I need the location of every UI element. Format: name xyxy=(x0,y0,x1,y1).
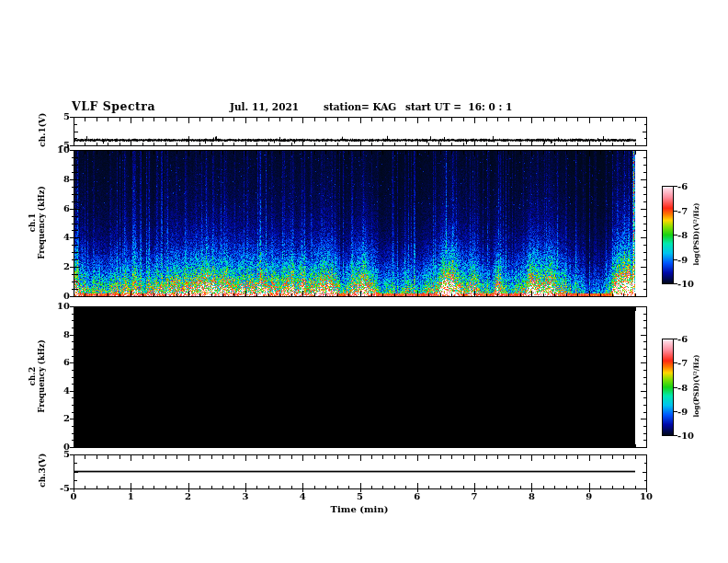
frequency-label: Frequency (kHz) xyxy=(37,339,46,412)
freq-tick-label-ch2: 2 xyxy=(50,413,70,423)
freq-tick-label-ch1: 0 xyxy=(50,291,70,301)
freq-tick-label-ch2: 6 xyxy=(50,357,70,367)
colorbar-tick-label: -8 xyxy=(677,383,700,393)
x-tick-label: 9 xyxy=(580,491,598,501)
x-tick-label: 8 xyxy=(522,491,540,501)
x-tick-label: 3 xyxy=(236,491,255,501)
colorbar-tick-label: -8 xyxy=(677,230,700,240)
x-tick-label: 5 xyxy=(351,491,370,501)
volt-tick-label-ch3: 5 xyxy=(50,449,70,459)
date-label: Jul. 11, 2021 xyxy=(230,101,299,112)
channel-label: ch.2 xyxy=(28,367,37,385)
freq-tick-label-ch2: 4 xyxy=(50,385,70,396)
y-axis-title-ch3v: ch.3(V) xyxy=(38,442,48,498)
colorbar-tick-label: -9 xyxy=(677,255,700,265)
x-tick-label: 7 xyxy=(465,491,483,501)
start-ut-label: start UT = 16: 0 : 1 xyxy=(405,101,512,112)
channel-label: ch.1 xyxy=(28,213,37,232)
colorbar-tick-label: -6 xyxy=(677,181,700,191)
colorbar-tick-label: -7 xyxy=(677,206,700,216)
frequency-label: Frequency (kHz) xyxy=(37,186,46,259)
vlf-spectra-figure: VLF Spectra Jul. 11, 2021 station= KAG s… xyxy=(0,0,728,563)
colorbar-tick-label: -10 xyxy=(677,279,700,289)
volt-tick-label-ch1: -5 xyxy=(50,140,70,150)
y-axis-title-ch1-freq: ch.1Frequency (kHz) xyxy=(28,158,46,287)
spectrogram-canvas xyxy=(0,0,728,563)
x-tick-label: 10 xyxy=(637,491,655,501)
x-tick-label: 4 xyxy=(293,491,312,501)
freq-tick-label-ch1: 2 xyxy=(50,261,70,271)
y-axis-title-ch1v: ch.1(V) xyxy=(38,102,48,157)
freq-tick-label-ch1: 4 xyxy=(50,232,70,242)
x-tick-label: 1 xyxy=(121,491,140,501)
freq-tick-label-ch1: 6 xyxy=(50,203,70,213)
colorbar-tick-label: -6 xyxy=(677,334,700,344)
volt-tick-label-ch1: 5 xyxy=(50,111,70,121)
x-tick-label: 6 xyxy=(408,491,427,501)
y-axis-title-ch2-freq: ch.2Frequency (kHz) xyxy=(28,312,46,441)
colorbar-tick-label: -9 xyxy=(677,407,700,417)
x-tick-label: 2 xyxy=(179,491,198,501)
x-axis-title: Time (min) xyxy=(323,504,396,514)
colorbar-tick-label: -10 xyxy=(677,431,700,441)
colorbar-tick-label: -7 xyxy=(677,358,700,368)
freq-tick-label-ch2: 10 xyxy=(50,301,70,311)
page-title: VLF Spectra xyxy=(72,99,155,113)
volt-tick-label-ch3: -5 xyxy=(50,483,70,493)
freq-tick-label-ch2: 8 xyxy=(50,329,70,339)
station-label: station= KAG xyxy=(324,101,396,112)
freq-tick-label-ch1: 8 xyxy=(50,174,70,184)
